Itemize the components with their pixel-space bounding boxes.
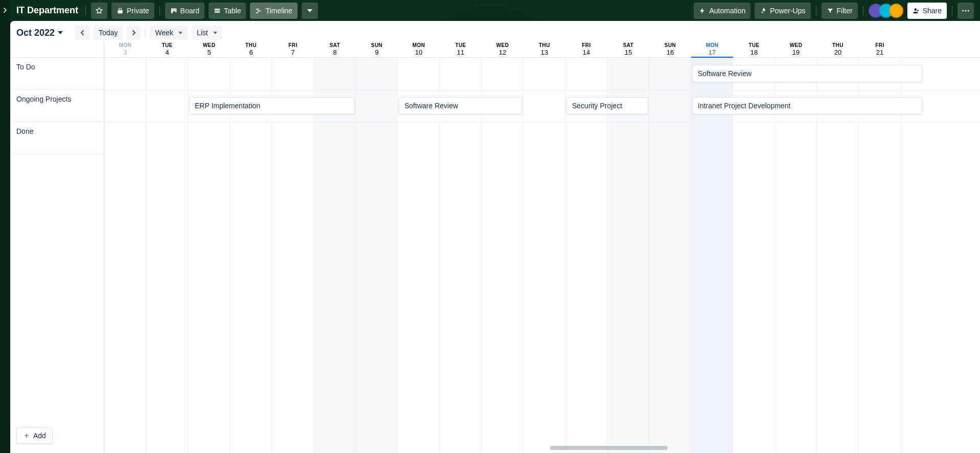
privacy-label: Private xyxy=(127,7,149,15)
view-timeline-button[interactable]: Timeline xyxy=(250,3,297,19)
user-plus-icon xyxy=(913,7,920,14)
star-button[interactable] xyxy=(91,3,107,19)
day-column xyxy=(188,58,230,453)
expand-sidebar-button[interactable] xyxy=(1,6,9,14)
day-header[interactable]: SAT15 xyxy=(607,41,649,57)
day-header[interactable]: WED12 xyxy=(482,41,523,57)
privacy-button[interactable]: Private xyxy=(111,3,154,19)
share-button[interactable]: Share xyxy=(907,3,947,19)
timeline-grid[interactable]: MON3TUE4WED5THU6FRI7SAT8SUN9MON10TUE11WE… xyxy=(104,41,980,453)
horizontal-scrollbar[interactable] xyxy=(104,446,980,451)
board-header: IT Department Private Board Table Timeli… xyxy=(10,0,980,21)
day-header[interactable]: SUN9 xyxy=(356,41,398,57)
timeline-card[interactable]: ERP Implementation xyxy=(189,97,355,114)
chevron-left-icon xyxy=(79,30,85,36)
svg-rect-3 xyxy=(256,8,259,9)
svg-point-6 xyxy=(914,8,917,11)
svg-point-7 xyxy=(962,10,964,11)
day-column xyxy=(859,58,901,453)
view-table-label: Table xyxy=(224,7,241,15)
board-menu-button[interactable] xyxy=(958,3,974,19)
svg-point-9 xyxy=(968,10,969,11)
bolt-icon xyxy=(699,7,706,14)
lock-icon xyxy=(117,7,124,14)
view-table-button[interactable]: Table xyxy=(209,3,246,19)
view-timeline-label: Timeline xyxy=(265,7,292,15)
lane-labels-column: To DoOngoing ProjectsDone Add xyxy=(10,41,104,453)
board-members[interactable] xyxy=(869,4,903,18)
day-header[interactable]: TUE11 xyxy=(440,41,482,57)
lane-label-done[interactable]: Done xyxy=(10,122,104,154)
today-button[interactable]: Today xyxy=(94,26,123,40)
timeline-card[interactable]: Security Project xyxy=(566,97,648,114)
board-title[interactable]: IT Department xyxy=(16,5,80,16)
day-column xyxy=(398,58,440,453)
filter-icon xyxy=(827,7,834,14)
day-header[interactable]: THU6 xyxy=(230,41,272,57)
svg-rect-0 xyxy=(171,8,173,13)
day-header[interactable]: THU13 xyxy=(523,41,565,57)
timeline-panel: Oct 2022 Today Week List xyxy=(10,21,980,453)
board-icon xyxy=(170,7,177,14)
svg-rect-2 xyxy=(175,8,176,12)
filter-button[interactable]: Filter xyxy=(822,3,858,19)
zoom-selector[interactable]: Week xyxy=(150,26,188,40)
automation-button[interactable]: Automation xyxy=(694,3,750,19)
day-column xyxy=(733,58,775,453)
powerups-button[interactable]: Power-Ups xyxy=(755,3,810,19)
day-column xyxy=(440,58,482,453)
day-header[interactable]: FRI7 xyxy=(272,41,314,57)
chevron-down-icon xyxy=(307,9,312,12)
collapsed-left-sidebar xyxy=(0,0,10,453)
day-column xyxy=(146,58,188,453)
day-header[interactable]: SUN16 xyxy=(649,41,691,57)
day-header[interactable]: FRI14 xyxy=(565,41,607,57)
table-icon xyxy=(214,7,221,14)
lane-label-todo[interactable]: To Do xyxy=(10,58,104,90)
prev-period-button[interactable] xyxy=(75,26,89,40)
timeline-card[interactable]: Software Review xyxy=(692,65,922,82)
day-header[interactable]: TUE4 xyxy=(146,41,188,57)
day-column xyxy=(482,58,523,453)
day-header[interactable]: FRI21 xyxy=(859,41,901,57)
day-header[interactable]: WED19 xyxy=(775,41,817,57)
chevron-down-icon xyxy=(58,31,63,34)
day-header[interactable]: THU20 xyxy=(817,41,859,57)
timeline-card[interactable]: Intranet Project Development xyxy=(692,97,922,114)
svg-rect-1 xyxy=(173,8,175,11)
day-header[interactable]: TUE18 xyxy=(733,41,775,57)
star-icon xyxy=(95,7,103,15)
scrollbar-thumb[interactable] xyxy=(550,446,668,450)
day-header[interactable]: WED5 xyxy=(188,41,230,57)
group-by-selector[interactable]: List xyxy=(192,26,222,40)
day-column xyxy=(691,58,733,453)
day-column xyxy=(272,58,314,453)
day-header[interactable]: MON3 xyxy=(104,41,146,57)
lane-separator xyxy=(104,90,980,90)
group-label: List xyxy=(197,29,208,37)
lane-label-ongoing[interactable]: Ongoing Projects xyxy=(10,90,104,122)
divider xyxy=(159,6,160,15)
timeline-card[interactable]: Software Review xyxy=(399,97,522,114)
add-label: Add xyxy=(33,432,46,440)
divider xyxy=(85,6,86,15)
day-header[interactable]: SAT8 xyxy=(314,41,356,57)
timeline-area: To DoOngoing ProjectsDone Add MON3TUE4WE… xyxy=(10,41,980,453)
chevron-right-icon xyxy=(131,30,137,36)
day-column xyxy=(104,58,146,453)
add-list-button[interactable]: Add xyxy=(16,427,53,444)
lane-separator xyxy=(104,122,980,123)
views-overflow-button[interactable] xyxy=(302,3,318,19)
svg-rect-5 xyxy=(256,12,259,13)
avatar[interactable] xyxy=(889,4,903,18)
day-column xyxy=(523,58,565,453)
day-header[interactable]: MON17 xyxy=(691,41,733,57)
timeline-toolbar: Oct 2022 Today Week List xyxy=(10,24,980,41)
view-board-button[interactable]: Board xyxy=(165,3,204,19)
day-column xyxy=(356,58,398,453)
view-board-label: Board xyxy=(180,7,199,15)
day-column xyxy=(607,58,649,453)
next-period-button[interactable] xyxy=(127,26,141,40)
day-header[interactable]: MON10 xyxy=(398,41,440,57)
month-picker[interactable]: Oct 2022 xyxy=(16,28,63,38)
